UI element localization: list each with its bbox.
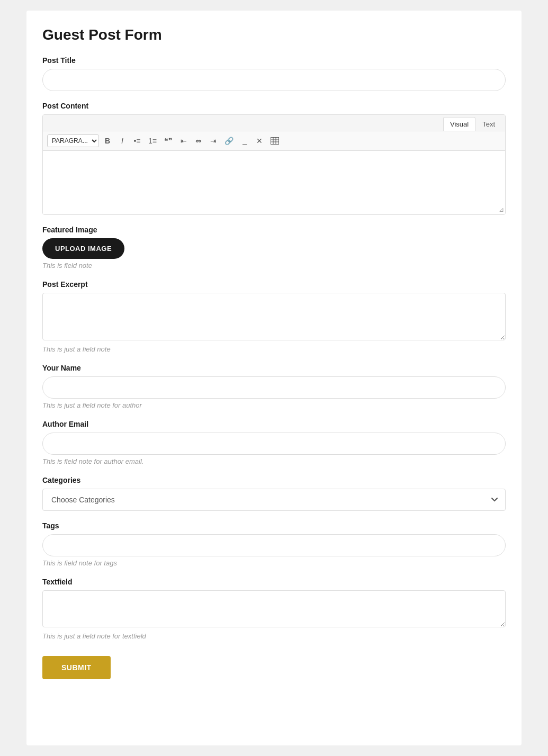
categories-select[interactable]: Choose Categories xyxy=(42,489,506,511)
your-name-note: This is just a field note for author xyxy=(42,401,506,409)
textfield-group: Textfield This is just a field note for … xyxy=(42,578,506,640)
unordered-list-button[interactable]: •≡ xyxy=(131,134,143,147)
featured-image-label: Featured Image xyxy=(42,226,506,234)
align-center-button[interactable]: ⇔ xyxy=(192,134,205,147)
post-excerpt-input[interactable] xyxy=(42,293,506,340)
bold-button[interactable]: B xyxy=(101,134,114,147)
post-content-group: Post Content Visual Text PARAGRA... B I … xyxy=(42,102,506,215)
textfield-label: Textfield xyxy=(42,578,506,586)
form-container: Guest Post Form Post Title Post Content … xyxy=(26,11,522,745)
upload-image-button[interactable]: UPLOAD IMAGE xyxy=(42,238,124,259)
categories-label: Categories xyxy=(42,476,506,484)
editor-toolbar: PARAGRA... B I •≡ 1≡ ❝❞ ⇤ ⇔ ⇥ 🔗 ⎯ ✕ xyxy=(43,131,505,151)
page-title: Guest Post Form xyxy=(42,26,506,43)
tab-text[interactable]: Text xyxy=(475,117,502,131)
ordered-list-button[interactable]: 1≡ xyxy=(146,134,159,147)
svg-rect-0 xyxy=(271,138,279,145)
featured-image-group: Featured Image UPLOAD IMAGE This is fiel… xyxy=(42,226,506,269)
tab-visual[interactable]: Visual xyxy=(443,117,475,131)
featured-image-note: This is field note xyxy=(42,262,506,269)
textfield-input[interactable] xyxy=(42,590,506,627)
categories-group: Categories Choose Categories xyxy=(42,476,506,511)
submit-group: SUBMIT xyxy=(42,651,506,679)
your-name-input[interactable] xyxy=(42,376,506,399)
post-title-group: Post Title xyxy=(42,56,506,91)
post-title-input[interactable] xyxy=(42,69,506,91)
your-name-label: Your Name xyxy=(42,364,506,372)
post-excerpt-note: This is just a field note xyxy=(42,345,506,353)
remove-format-button[interactable]: ✕ xyxy=(253,134,266,147)
editor-tabs: Visual Text xyxy=(43,115,505,131)
author-email-note: This is field note for author email. xyxy=(42,457,506,465)
post-excerpt-group: Post Excerpt This is just a field note xyxy=(42,280,506,353)
editor-wrapper: Visual Text PARAGRA... B I •≡ 1≡ ❝❞ ⇤ ⇔ … xyxy=(42,114,506,215)
tags-input[interactable] xyxy=(42,534,506,556)
author-email-label: Author Email xyxy=(42,420,506,428)
author-email-group: Author Email This is field note for auth… xyxy=(42,420,506,465)
resize-handle: ⊿ xyxy=(499,206,504,213)
link-button[interactable]: 🔗 xyxy=(222,134,236,147)
submit-button[interactable]: SUBMIT xyxy=(42,656,111,679)
table-button[interactable] xyxy=(268,134,282,147)
post-content-label: Post Content xyxy=(42,102,506,110)
blockquote-button[interactable]: ❝❞ xyxy=(161,134,175,147)
align-left-button[interactable]: ⇤ xyxy=(177,134,190,147)
textfield-note: This is just a field note for textfield xyxy=(42,632,506,640)
horizontal-rule-button[interactable]: ⎯ xyxy=(238,134,251,147)
align-right-button[interactable]: ⇥ xyxy=(207,134,220,147)
post-title-label: Post Title xyxy=(42,56,506,65)
your-name-group: Your Name This is just a field note for … xyxy=(42,364,506,409)
italic-button[interactable]: I xyxy=(116,134,129,147)
tags-note: This is field note for tags xyxy=(42,559,506,567)
author-email-input[interactable] xyxy=(42,433,506,455)
tags-group: Tags This is field note for tags xyxy=(42,521,506,567)
post-excerpt-label: Post Excerpt xyxy=(42,280,506,289)
editor-body[interactable]: ⊿ xyxy=(43,151,505,214)
tags-label: Tags xyxy=(42,521,506,530)
paragraph-select[interactable]: PARAGRA... xyxy=(47,134,99,147)
